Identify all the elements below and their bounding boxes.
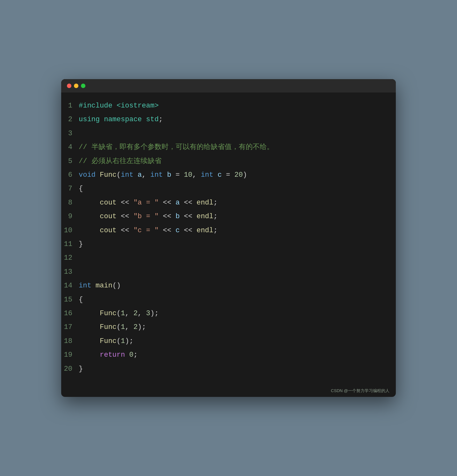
line-number: 3 [61,128,79,139]
watermark: CSDN @一个努力学习编程的人 [61,385,396,397]
code-editor-window: 1 #include <iostream> 2 using namespace … [61,79,396,397]
code-content: void Func(int a, int b = 10, int c = 20) [79,169,247,181]
minimize-button[interactable] [74,84,78,88]
line-number: 15 [61,294,79,306]
line-number: 1 [61,100,79,112]
code-content: // 半缺省，即有多个参数时，可以有的给缺省值，有的不给。 [79,141,274,153]
close-button[interactable] [67,84,71,88]
code-content [79,266,83,278]
code-line-1: 1 #include <iostream> [61,99,396,113]
code-area: 1 #include <iostream> 2 using namespace … [61,93,396,385]
code-content [79,252,83,264]
code-content: } [79,238,83,250]
line-number: 12 [61,252,79,264]
code-line-5: 5 // 必须从右往左连续缺省 [61,154,396,168]
code-content: cout << "a = " << a << endl; [79,197,218,209]
code-line-12: 12 [61,251,396,265]
code-line-17: 17 Func(1, 2); [61,320,396,334]
code-content: // 必须从右往左连续缺省 [79,155,162,167]
code-content: return 0; [79,349,138,361]
code-line-8: 8 cout << "a = " << a << endl; [61,196,396,210]
code-content: using namespace std; [79,114,163,125]
line-number: 14 [61,280,79,292]
code-content: } [79,363,83,375]
line-number: 7 [61,183,79,195]
code-line-18: 18 Func(1); [61,334,396,348]
code-line-20: 20 } [61,362,396,376]
code-line-10: 10 cout << "c = " << c << endl; [61,224,396,237]
line-number: 16 [61,308,79,319]
line-number: 9 [61,211,79,222]
code-content [79,128,83,139]
code-line-15: 15 { [61,293,396,307]
line-number: 2 [61,114,79,125]
line-number: 8 [61,197,79,209]
code-content: cout << "b = " << b << endl; [79,211,218,222]
code-content: Func(1, 2, 3); [79,308,159,319]
code-line-9: 9 cout << "b = " << b << endl; [61,210,396,223]
code-content: #include <iostream> [79,100,159,112]
line-number: 5 [61,155,79,167]
code-line-16: 16 Func(1, 2, 3); [61,307,396,320]
code-content: int main() [79,280,121,292]
code-line-7: 7 { [61,182,396,196]
line-number: 4 [61,141,79,153]
line-number: 20 [61,363,79,375]
code-content: cout << "c = " << c << endl; [79,225,218,236]
line-number: 6 [61,169,79,181]
code-line-11: 11 } [61,237,396,251]
code-content: Func(1, 2); [79,321,146,333]
code-line-19: 19 return 0; [61,348,396,362]
code-line-4: 4 // 半缺省，即有多个参数时，可以有的给缺省值，有的不给。 [61,140,396,154]
line-number: 10 [61,225,79,236]
line-number: 11 [61,238,79,250]
code-line-13: 13 [61,265,396,279]
line-number: 17 [61,321,79,333]
line-number: 19 [61,349,79,361]
code-content: Func(1); [79,335,134,347]
code-line-2: 2 using namespace std; [61,113,396,126]
code-content: { [79,183,83,195]
title-bar [61,79,396,93]
code-line-3: 3 [61,127,396,140]
code-line-6: 6 void Func(int a, int b = 10, int c = 2… [61,168,396,182]
maximize-button[interactable] [81,84,85,88]
line-number: 18 [61,335,79,347]
code-line-14: 14 int main() [61,279,396,293]
line-number: 13 [61,266,79,278]
code-content: { [79,294,83,306]
